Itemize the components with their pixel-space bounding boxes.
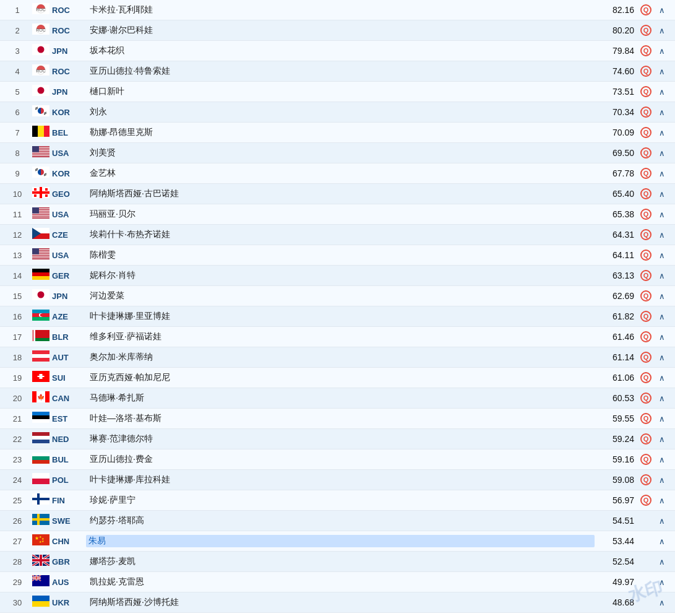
expand-button[interactable]: ∧ (654, 394, 670, 403)
flag-cell: 🍁 (30, 391, 52, 406)
svg-rect-52 (32, 207, 39, 214)
score-cell: 64.31 (595, 230, 638, 240)
q-badge: Q (640, 290, 651, 301)
svg-rect-105 (37, 514, 40, 525)
svg-rect-51 (32, 217, 49, 219)
flag-cell (30, 105, 52, 119)
score-cell: 82.16 (595, 5, 638, 15)
svg-rect-86 (32, 391, 37, 402)
svg-point-69 (38, 291, 45, 298)
qualification-icon: Q (638, 413, 654, 424)
score-cell: 70.09 (595, 128, 638, 137)
athlete-name: 娜塔莎·麦凯 (86, 556, 595, 567)
svg-point-12 (38, 87, 45, 93)
rank-cell: 26 (5, 516, 30, 526)
flag-cell: ROC (30, 24, 52, 38)
flag-cell (30, 575, 52, 589)
table-row: 13 USA陈楷雯64.11Q∧ (0, 245, 675, 266)
table-row: 14 GER妮科尔·肖特63.13Q∧ (0, 266, 675, 286)
svg-rect-43 (45, 194, 48, 197)
expand-button[interactable]: ∧ (654, 373, 670, 383)
expand-button[interactable]: ∧ (654, 149, 670, 158)
q-badge: Q (640, 188, 651, 199)
country-code: SWE (52, 516, 86, 526)
svg-rect-90 (32, 415, 49, 419)
svg-rect-30 (32, 146, 39, 152)
flag-cell: ★ ★ ★ ★ ★ (30, 534, 52, 549)
expand-button[interactable]: ∧ (654, 414, 670, 423)
expand-button[interactable]: ∧ (654, 230, 670, 240)
results-table: 1 ROC ROC卡米拉·瓦利耶娃82.16Q∧2 ROC ROC安娜·谢尔巴科… (0, 0, 675, 613)
flag-cell (30, 555, 52, 569)
table-row: 6 KOR刘永70.34Q∧ (0, 102, 675, 123)
expand-button[interactable]: ∧ (654, 435, 670, 444)
country-code: KOR (52, 108, 86, 117)
flag-cell (30, 514, 52, 528)
country-code: SUI (52, 373, 86, 383)
country-code: USA (52, 149, 86, 158)
table-row: 21 EST叶娃—洛塔·基布斯59.55Q∧ (0, 409, 675, 429)
expand-button[interactable]: ∧ (654, 169, 670, 178)
athlete-name: 勒娜·昂德里克斯 (86, 127, 595, 138)
expand-button[interactable]: ∧ (654, 271, 670, 280)
score-cell: 69.50 (595, 148, 638, 158)
expand-button[interactable]: ∧ (654, 475, 670, 485)
expand-button[interactable]: ∧ (654, 312, 670, 321)
score-cell: 61.14 (595, 352, 638, 362)
flag-cell (30, 453, 52, 467)
q-badge: Q (640, 25, 651, 36)
svg-rect-130 (32, 578, 41, 578)
expand-button[interactable]: ∧ (654, 598, 670, 607)
rank-cell: 28 (5, 557, 30, 566)
country-code: BEL (52, 128, 86, 137)
expand-button[interactable]: ∧ (654, 67, 670, 76)
expand-button[interactable]: ∧ (654, 455, 670, 464)
expand-button[interactable]: ∧ (654, 516, 670, 526)
qualification-icon: Q (638, 188, 654, 199)
expand-button[interactable]: ∧ (654, 251, 670, 260)
flag-cell (30, 350, 52, 365)
expand-button[interactable]: ∧ (654, 87, 670, 97)
flag-cell (30, 146, 52, 160)
rank-cell: 20 (5, 394, 30, 403)
svg-rect-120 (32, 559, 49, 562)
q-badge: Q (640, 413, 651, 424)
score-cell: 80.20 (595, 25, 638, 35)
expand-button[interactable]: ∧ (654, 353, 670, 362)
expand-button[interactable]: ∧ (654, 128, 670, 137)
expand-button[interactable]: ∧ (654, 189, 670, 199)
q-badge: Q (640, 209, 651, 220)
expand-button[interactable]: ∧ (654, 496, 670, 505)
expand-button[interactable]: ∧ (654, 578, 670, 587)
rank-cell: 16 (5, 312, 30, 321)
qualification-icon: Q (638, 311, 654, 322)
svg-rect-99 (32, 479, 49, 484)
rank-cell: 11 (5, 210, 30, 219)
rank-cell: 6 (5, 108, 30, 117)
qualification-icon: Q (638, 209, 654, 220)
athlete-name: 叶卡捷琳娜·库拉科娃 (86, 474, 595, 485)
score-cell: 61.06 (595, 373, 638, 383)
expand-button[interactable]: ∧ (654, 557, 670, 566)
country-code: JPN (52, 292, 86, 301)
rank-cell: 19 (5, 373, 30, 383)
svg-rect-65 (32, 269, 49, 272)
qualification-icon: Q (638, 352, 654, 363)
svg-rect-50 (32, 215, 49, 216)
expand-button[interactable]: ∧ (654, 292, 670, 301)
table-row: 15 JPN河边爱菜62.69Q∧ (0, 286, 675, 306)
expand-button[interactable]: ∧ (654, 537, 670, 546)
expand-button[interactable]: ∧ (654, 46, 670, 56)
expand-button[interactable]: ∧ (654, 26, 670, 35)
expand-button[interactable]: ∧ (654, 108, 670, 117)
expand-button[interactable]: ∧ (654, 332, 670, 342)
expand-button[interactable]: ∧ (654, 210, 670, 219)
q-badge: Q (640, 66, 651, 77)
q-badge: Q (640, 454, 651, 465)
score-cell: 59.24 (595, 434, 638, 444)
table-row: 3 JPN坂本花织79.84Q∧ (0, 41, 675, 61)
svg-rect-19 (32, 126, 38, 137)
rank-cell: 17 (5, 332, 30, 342)
table-row: 18 AUT奥尔加·米库蒂纳61.14Q∧ (0, 347, 675, 368)
expand-button[interactable]: ∧ (654, 6, 670, 15)
